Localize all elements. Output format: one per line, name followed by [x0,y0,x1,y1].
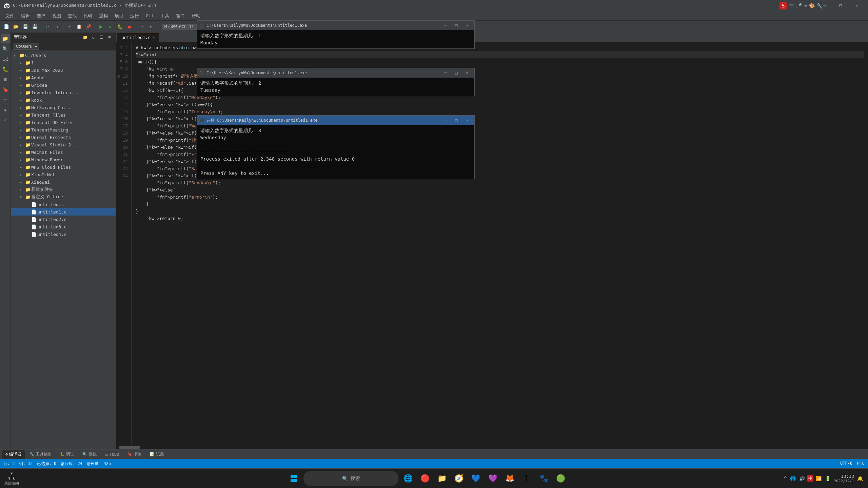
sidebar-bookmark-icon[interactable]: 🔖 [1,85,10,94]
tree-item[interactable]: ▼📁C:/Users [11,52,116,59]
bottom-tab-书签[interactable]: 🔖书签 [124,450,145,459]
terminal-close-1[interactable]: ✕ [463,22,472,29]
tree-item[interactable]: ▶📁Visual Studio 2... [11,141,116,148]
paste-button[interactable]: 📌 [84,22,93,31]
menu-item-代码[interactable]: 代码 [80,11,96,20]
tree-item[interactable]: ▶📁NetSarang Co... [11,104,116,111]
tree-item[interactable]: ▶📁Unreal Projects [11,134,116,141]
terminal-close-2[interactable]: ✕ [463,69,472,76]
cut-button[interactable]: ✂ [65,22,74,31]
code-content[interactable]: #"kw">include <stdio.h> "kw">int main(){… [132,42,868,445]
tree-item[interactable]: 📄untitled2.c [11,216,116,223]
chevron-up-icon[interactable]: ^ [783,475,788,482]
taskbar-app-icon-6[interactable]: 🐾 [536,471,551,486]
menu-item-查找[interactable]: 查找 [64,11,80,20]
bottom-tab-试题[interactable]: 📝试题 [146,450,167,459]
taskbar-chrome-icon[interactable]: 🔴 [417,471,432,486]
terminal-body-2[interactable]: 请输入数字形式的星期几: 2Tuesday [197,78,474,96]
menu-item-运行[interactable]: 运行 [127,11,142,20]
weather-widget[interactable]: ☀️ 4°C 局部晴朗 [4,471,19,486]
unindent-button[interactable]: ⇤ [147,22,156,31]
file-path-select[interactable]: C:/Users [13,43,39,50]
close-button[interactable]: ✕ [849,0,865,11]
tree-item[interactable]: 📄untitled.c [11,201,116,208]
tree-item[interactable]: ▶📁WPS Cloud Files [11,163,116,171]
menu-item-选择[interactable]: 选择 [33,11,49,20]
taskbar-maps-icon[interactable]: 🧭 [451,471,466,486]
stop-button[interactable]: ■ [125,22,134,31]
terminal-close-3[interactable]: ✕ [463,117,472,124]
sogou-mic-icon[interactable]: 🎤 [796,3,802,8]
tree-item[interactable]: ▶📁1 [11,59,116,66]
tree-item[interactable]: ▶📁Tencent OD Files [11,119,116,126]
volume-icon[interactable]: 🔊 [798,475,806,482]
sidebar-class-icon[interactable]: ◈ [1,105,10,115]
battery-icon[interactable]: 🔋 [824,475,832,482]
sogou-more-icon[interactable]: ⋯ [825,3,827,8]
indent-button[interactable]: ⇥ [138,22,146,31]
bottom-tab-查找[interactable]: 🔍查找 [79,450,100,459]
sidebar-extensions-icon[interactable]: ⊞ [1,75,10,84]
tree-item[interactable]: ▶📁新建文件夹 [11,186,116,193]
sogou-logo[interactable]: S [780,2,787,9]
taskbar-app-icon-7[interactable]: 🟢 [553,471,568,486]
tree-item[interactable]: ▶📁Adobe [11,74,116,81]
taskbar-app-icon-vs[interactable]: 💜 [485,471,500,486]
file-new-folder-button[interactable]: 📁 [82,34,88,41]
tree-item[interactable]: ▶📁WindowsPower... [11,156,116,163]
bottom-tab-工具输出[interactable]: 🔧工具输出 [26,450,55,459]
menu-item-文件[interactable]: 文件 [2,11,18,20]
tree-item[interactable]: ▶📁Gridea [11,81,116,89]
terminal-maximize-3[interactable]: □ [452,117,461,124]
file-refresh-button[interactable]: ↻ [90,34,97,41]
sogou-keyboard-icon[interactable]: ⌨ [804,3,807,8]
terminal-maximize-1[interactable]: □ [452,22,461,29]
taskbar-search-button[interactable]: 🔍搜索 [303,471,398,486]
open-file-button[interactable]: 📂 [12,22,20,31]
bottom-tab-调试[interactable]: 🐛调试 [57,450,78,459]
terminal-minimize-3[interactable]: ─ [441,117,450,124]
menu-item-视图[interactable]: 视图 [49,11,64,20]
sidebar-search-icon[interactable]: 🔍 [1,44,10,54]
undo-button[interactable]: ↩ [43,22,52,31]
taskbar-time[interactable]: 13:33 2022/12/1 [834,474,854,483]
tree-item[interactable]: ▶📁kook [11,96,116,104]
taskbar-edge-icon[interactable]: 🌐 [400,471,415,486]
bottom-tab-编译器[interactable]: ⚙编译器 [2,450,25,459]
taskbar-app-icon-dev[interactable]: 🦊 [502,471,517,486]
menu-item-重构[interactable]: 重构 [96,11,111,20]
run-button[interactable]: ▷ [106,22,115,31]
file-new-button[interactable]: + [74,34,80,41]
tree-item[interactable]: ▶📁WeChat Files [11,148,116,156]
maximize-button[interactable]: □ [833,0,848,11]
menu-item-编辑[interactable]: 编辑 [18,11,33,20]
sogou-chinese-mode[interactable]: 中 [789,2,794,9]
tree-item[interactable]: 📄untitled1.c [11,208,116,216]
sogou-tray-icon[interactable]: 中 [807,475,813,482]
sidebar-git-icon[interactable]: ⎇ [1,54,10,64]
redo-button[interactable]: ↪ [53,22,61,31]
tree-item[interactable]: 📄untitled4.c [11,230,116,238]
tree-item[interactable]: ▶📁XiaoMiNet [11,171,116,178]
debug-button[interactable]: 🐛 [116,22,124,31]
menu-item-Git[interactable]: Git [142,11,157,20]
tree-item[interactable]: 📄untitled3.c [11,223,116,230]
horizontal-scrollbar[interactable] [116,445,868,449]
terminal-maximize-2[interactable]: □ [452,69,461,76]
wifi-icon[interactable]: 📶 [815,475,823,482]
network-icon[interactable]: 🌐 [789,475,797,482]
save-button[interactable]: 💾 [21,22,30,31]
sogou-skin-icon[interactable]: 🎨 [809,3,815,8]
sidebar-files-icon[interactable]: 📁 [1,34,10,43]
editor-tab-untitled1[interactable]: untitled1.c ✕ [117,33,159,42]
sidebar-todo-icon[interactable]: ✓ [1,115,10,125]
bottom-tab-TODO[interactable]: ☰TODO [101,450,123,459]
copy-button[interactable]: 📋 [75,22,83,31]
save-all-button[interactable]: 💾 [31,22,39,31]
tree-item[interactable]: ▶📁TencentMeeting [11,126,116,134]
tree-item[interactable]: ▼📁自定义 Office ... [11,193,116,201]
terminal-body-1[interactable]: 请输入数字形式的星期几: 1Monday [197,30,474,48]
notifications-icon[interactable]: 🔔 [856,475,864,482]
terminal-body-3[interactable]: 请输入数字形式的星期几: 3Wednesday-----------------… [197,125,474,179]
taskbar-app-icon-1[interactable]: 💙 [468,471,483,486]
